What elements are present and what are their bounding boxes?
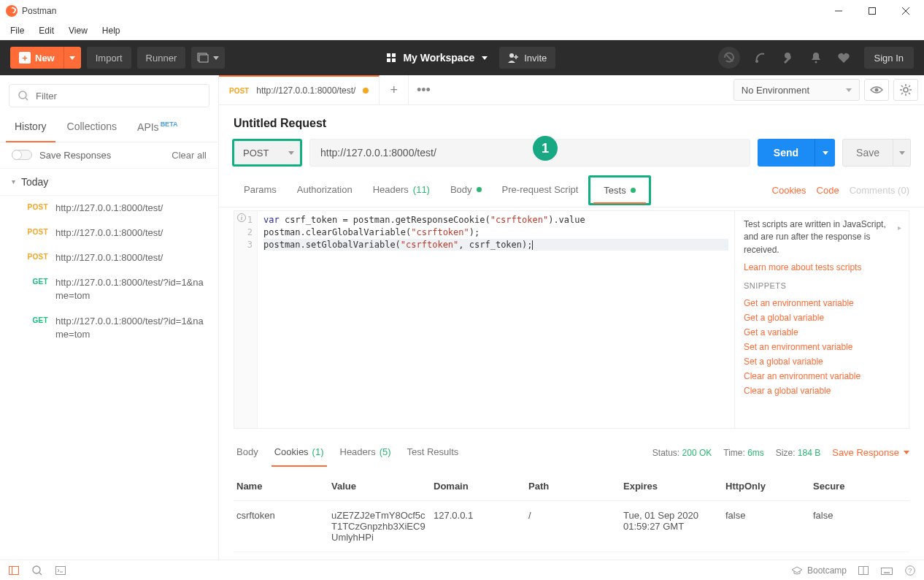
find-icon[interactable] [31, 564, 44, 577]
snippet-item[interactable]: Get a variable [744, 325, 900, 340]
th-secure: Secure [813, 481, 886, 492]
bootcamp-button[interactable]: Bootcamp [791, 565, 847, 576]
import-button[interactable]: Import [87, 47, 131, 69]
new-window-button[interactable] [191, 47, 225, 69]
window-maximize-button[interactable] [855, 0, 889, 22]
learn-more-link[interactable]: Learn more about tests scripts [744, 262, 900, 272]
keyboard-shortcuts-icon[interactable] [880, 564, 893, 577]
menu-view[interactable]: View [63, 23, 93, 38]
content-area: POST http://127.0.0.1:8000/test/ + ••• N… [219, 75, 924, 560]
svg-line-20 [901, 85, 903, 87]
clear-all-link[interactable]: Clear all [172, 150, 207, 161]
tab-pre-request-script[interactable]: Pre-request Script [492, 175, 589, 205]
code-link[interactable]: Code [817, 185, 839, 196]
tests-active-dot-icon [631, 188, 636, 193]
save-responses-toggle[interactable] [12, 150, 32, 160]
request-tabstrip: POST http://127.0.0.1:8000/test/ + ••• N… [219, 75, 924, 105]
bell-icon[interactable] [809, 50, 823, 65]
chevron-right-icon[interactable]: ▸ [898, 223, 901, 234]
cookies-link[interactable]: Cookies [772, 185, 806, 196]
history-item[interactable]: POSThttp://127.0.0.1:8000/test/ [0, 221, 218, 245]
svg-rect-24 [9, 566, 19, 574]
titlebar: Postman [0, 0, 924, 22]
window-minimize-button[interactable] [822, 0, 855, 22]
menu-help[interactable]: Help [96, 23, 126, 38]
svg-rect-5 [199, 55, 208, 62]
snippet-item[interactable]: Set a global variable [744, 354, 900, 369]
cookie-domain: 127.0.0.1 [434, 510, 528, 521]
environment-preview-button[interactable] [864, 79, 889, 101]
heart-icon[interactable] [836, 50, 851, 65]
wrench-icon[interactable] [781, 50, 796, 65]
person-plus-icon [508, 53, 518, 63]
menu-edit[interactable]: Edit [33, 23, 60, 38]
send-button[interactable]: Send [758, 139, 815, 167]
snippets-header: SNIPPETS [744, 281, 900, 290]
runner-button[interactable]: Runner [137, 47, 186, 69]
help-icon[interactable]: ? [904, 564, 917, 577]
snippet-item[interactable]: Get a global variable [744, 310, 900, 325]
history-section-today[interactable]: ▾ Today [0, 169, 218, 196]
sign-in-button[interactable]: Sign In [864, 47, 914, 69]
tests-code-editor[interactable]: i 123 var csrf_token = postman.getRespon… [234, 210, 734, 429]
request-tab[interactable]: POST http://127.0.0.1:8000/test/ [219, 75, 380, 104]
environment-settings-button[interactable] [893, 79, 918, 101]
history-item[interactable]: GEThttp://127.0.0.1:8000/test/?id=1&name… [0, 270, 218, 308]
save-button-dropdown[interactable] [893, 139, 911, 167]
sync-icon[interactable] [718, 47, 740, 69]
snippet-item[interactable]: Clear a global variable [744, 384, 900, 398]
response-tab-cookies[interactable]: Cookies(1) [272, 439, 327, 466]
response-tab-test-results[interactable]: Test Results [404, 439, 462, 466]
response-time: 6ms [747, 448, 764, 458]
th-name: Name [236, 481, 331, 492]
workspace-selector[interactable]: My Workspace [387, 52, 488, 64]
tab-headers[interactable]: Headers(11) [363, 175, 440, 205]
tab-tests[interactable]: Tests [588, 175, 650, 205]
url-input[interactable]: http://127.0.0.1:8000/test/ [309, 139, 750, 167]
response-tab-body[interactable]: Body [234, 439, 261, 466]
th-path: Path [528, 481, 623, 492]
response-status: 200 OK [682, 448, 712, 458]
window-close-button[interactable] [889, 0, 923, 22]
sidebar-filter[interactable] [9, 84, 209, 107]
two-pane-icon[interactable] [857, 564, 870, 577]
environment-selector[interactable]: No Environment [734, 79, 860, 101]
history-item[interactable]: GEThttp://127.0.0.1:8000/test/?id=1&name… [0, 309, 218, 347]
th-domain: Domain [434, 481, 528, 492]
request-tab-method: POST [229, 87, 249, 95]
tab-options-button[interactable]: ••• [409, 75, 438, 104]
history-item[interactable]: POSThttp://127.0.0.1:8000/test/ [0, 196, 218, 221]
editor-gutter: i 123 [234, 211, 258, 428]
tab-authorization[interactable]: Authorization [287, 175, 363, 205]
snippet-item[interactable]: Set an environment variable [744, 340, 900, 354]
cookie-name: csrftoken [236, 510, 331, 521]
menu-file[interactable]: File [4, 23, 30, 38]
menubar: File Edit View Help [0, 22, 924, 40]
request-title[interactable]: Untitled Request [234, 117, 909, 130]
tab-body[interactable]: Body [440, 175, 492, 205]
new-tab-button[interactable]: + [380, 75, 409, 104]
save-response-button[interactable]: Save Response [832, 447, 909, 458]
sidebar-tab-history[interactable]: History [4, 113, 57, 142]
sidebar-tab-collections[interactable]: Collections [57, 113, 127, 142]
satellite-icon[interactable] [753, 50, 768, 65]
save-button[interactable]: Save [842, 139, 893, 167]
sidebar-tab-apis[interactable]: APIsBETA [127, 113, 188, 142]
dirty-indicator-icon [363, 88, 369, 94]
editor-content[interactable]: var csrf_token = postman.getResponseCook… [258, 211, 734, 428]
history-item[interactable]: POSThttp://127.0.0.1:8000/test/ [0, 245, 218, 270]
invite-button[interactable]: Invite [499, 47, 555, 69]
snippet-item[interactable]: Get an environment variable [744, 296, 900, 310]
new-button[interactable]: + New [10, 47, 63, 69]
console-icon[interactable] [54, 564, 67, 577]
response-tab-headers[interactable]: Headers(5) [337, 439, 394, 466]
sidebar-toggle-icon[interactable] [7, 564, 20, 577]
new-button-dropdown[interactable] [63, 47, 81, 69]
filter-input[interactable] [36, 91, 200, 102]
tab-params[interactable]: Params [234, 175, 287, 205]
method-selector[interactable]: POST [232, 139, 302, 167]
chevron-down-icon [823, 151, 828, 155]
snippet-item[interactable]: Clear an environment variable [744, 369, 900, 384]
comments-link[interactable]: Comments (0) [850, 185, 909, 196]
send-button-dropdown[interactable] [815, 139, 835, 167]
